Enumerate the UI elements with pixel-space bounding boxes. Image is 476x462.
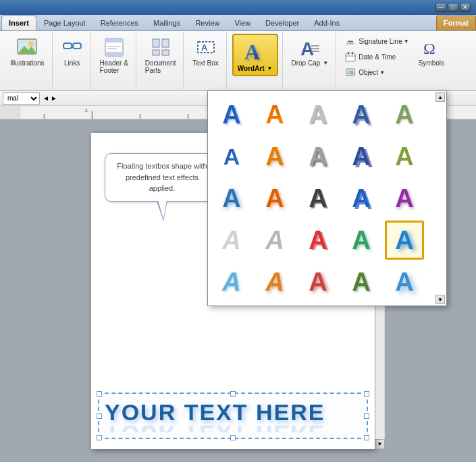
wordart-item-9[interactable]: A [342, 137, 381, 176]
ribbon: Insert Page Layout References Mailings R… [0, 15, 476, 91]
object-arrow: ▼ [379, 69, 385, 76]
handle-bm[interactable] [230, 435, 236, 440]
tab-add-ins[interactable]: Add-Ins [307, 16, 347, 30]
wordart-items: A A WordArt ▼ [232, 34, 278, 89]
drop-cap-button[interactable]: A Drop Cap ▼ [288, 34, 332, 69]
wordart-item-8[interactable]: A [298, 137, 338, 176]
wordart-item-2[interactable]: A [255, 95, 294, 134]
tab-review[interactable]: Review [188, 16, 227, 30]
wordart-icon: A A [242, 38, 269, 65]
wordart-item-14[interactable]: A [342, 179, 381, 218]
handle-mr[interactable] [364, 413, 369, 419]
scroll-down-button[interactable]: ▼ [375, 439, 385, 449]
panel-scroll-down[interactable]: ▼ [435, 295, 445, 304]
date-time-label: Date & Time [359, 53, 396, 61]
style-select[interactable]: mal Normal [3, 92, 40, 105]
wordart-item-21[interactable]: A [212, 262, 251, 301]
wordart-item-22[interactable]: A [255, 262, 294, 301]
group-text-box: A Text Box [185, 32, 226, 89]
wordart-item-20[interactable]: A [385, 221, 424, 260]
drop-cap-arrow: ▼ [323, 60, 328, 66]
text-box-items: A Text Box [189, 34, 221, 89]
wordart-item-19[interactable]: A [342, 221, 381, 260]
wordart-grid: A A A A A A A A A A A A A A A A A A A A … [212, 95, 442, 301]
links-items: Links [58, 34, 86, 89]
date-time-button[interactable]: Date & Time [342, 49, 412, 64]
tab-format[interactable]: Format [436, 16, 476, 30]
wordart-item-25[interactable]: A [385, 262, 424, 301]
wordart-item-12[interactable]: A [255, 179, 294, 218]
wordart-item-4[interactable]: A [342, 95, 381, 134]
tab-view[interactable]: View [227, 16, 258, 30]
illustrations-label: Illustrations [10, 59, 45, 67]
maximize-button[interactable]: □ [448, 3, 458, 12]
wordart-item-16[interactable]: A [212, 221, 251, 260]
svg-point-1 [28, 41, 34, 47]
group-illustrations: Illustrations [3, 32, 53, 89]
illustrations-icon [16, 36, 38, 58]
wordart-item-24[interactable]: A [342, 262, 381, 301]
tab-mailings[interactable]: Mailings [146, 16, 188, 30]
wordart-label: WordArt ▼ [238, 65, 273, 72]
group-links: Links [54, 32, 91, 89]
header-footer-label: Header &Footer [100, 59, 128, 74]
signature-line-button[interactable]: Signature Line ▼ [342, 34, 412, 49]
text-box-button[interactable]: A Text Box [189, 34, 221, 69]
close-button[interactable]: ✕ [460, 3, 471, 12]
symbols-button[interactable]: Ω Symbols [415, 34, 448, 69]
wordart-item-1[interactable]: A [212, 95, 251, 134]
wordart-item-15[interactable]: A [385, 179, 424, 218]
object-button[interactable]: OL Object ▼ [342, 65, 412, 80]
header-footer-button[interactable]: Header &Footer [97, 34, 132, 77]
links-button[interactable]: Links [58, 34, 86, 69]
handle-tl[interactable] [97, 391, 102, 397]
svg-rect-4 [73, 43, 81, 49]
handle-br[interactable] [364, 435, 369, 440]
tab-page-layout[interactable]: Page Layout [36, 16, 93, 30]
tab-insert[interactable]: Insert [1, 16, 36, 30]
wordart-display: YOUR TEXT HERE [105, 399, 361, 426]
handle-ml[interactable] [97, 413, 102, 419]
signature-arrow: ▼ [404, 38, 409, 45]
handle-bl[interactable] [97, 435, 102, 440]
wordart-item-23[interactable]: A [298, 262, 338, 301]
wordart-item-10[interactable]: A [385, 137, 424, 176]
document-parts-button[interactable]: DocumentParts [142, 34, 180, 77]
wordart-item-6[interactable]: A [212, 137, 251, 176]
wordart-button[interactable]: A A WordArt ▼ [232, 34, 278, 76]
text-box-label: Text Box [192, 59, 218, 67]
svg-rect-11 [153, 39, 159, 47]
header-footer-items: Header &Footer [97, 34, 132, 89]
document-parts-label: DocumentParts [145, 59, 176, 74]
symbols-icon: Ω [421, 36, 442, 58]
wordart-item-7[interactable]: A [255, 137, 294, 176]
group-header-footer: Header &Footer [92, 32, 136, 89]
svg-rect-3 [63, 43, 72, 49]
format-arrow-left[interactable]: ◄ [43, 94, 49, 102]
wordart-item-18[interactable]: A [298, 221, 338, 260]
tooltip-text: Floating textbox shape with predefined t… [117, 162, 207, 192]
document-parts-items: DocumentParts [142, 34, 180, 89]
svg-text:Ω: Ω [423, 40, 435, 57]
ruler-corner [0, 106, 20, 119]
links-label: Links [64, 59, 80, 67]
wordart-textbox[interactable]: YOUR TEXT HERE YOUR TEXT HERE [98, 393, 368, 439]
illustrations-button[interactable]: Illustrations [7, 34, 48, 69]
wordart-item-13[interactable]: A [298, 179, 338, 218]
group-drop-cap: A Drop Cap ▼ [284, 32, 337, 89]
wordart-item-17[interactable]: A [255, 221, 294, 260]
handle-tr[interactable] [364, 391, 369, 397]
svg-rect-12 [162, 39, 169, 47]
wordart-item-3[interactable]: A [298, 95, 338, 134]
tab-developer[interactable]: Developer [258, 16, 307, 30]
group-document-parts: DocumentParts [138, 32, 184, 89]
svg-text:A: A [246, 52, 261, 59]
signature-label: Signature Line [359, 38, 402, 45]
panel-scroll-up[interactable]: ▲ [435, 92, 445, 102]
wordart-item-11[interactable]: A [212, 179, 251, 218]
minimize-button[interactable]: — [435, 3, 446, 12]
format-arrow-right[interactable]: ► [51, 94, 57, 102]
handle-tm[interactable] [230, 391, 236, 397]
wordart-item-5[interactable]: A [385, 95, 424, 134]
tab-references[interactable]: References [93, 16, 146, 30]
